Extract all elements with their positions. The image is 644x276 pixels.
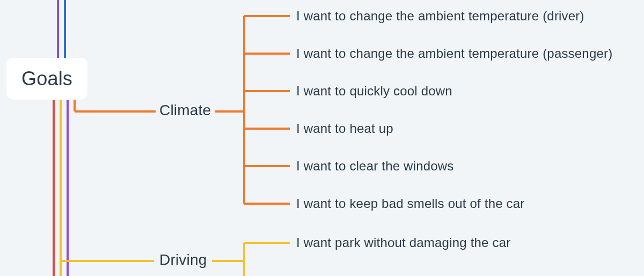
leaf-label: I want to change the ambient temperature… bbox=[296, 46, 612, 61]
category-label-climate: Climate bbox=[159, 102, 211, 118]
leaf-node[interactable]: I want park without damaging the car bbox=[296, 235, 510, 250]
leaf-node[interactable]: I want to heat up bbox=[296, 121, 393, 136]
leaf-label: I want park without damaging the car bbox=[296, 235, 510, 250]
connector-lines bbox=[0, 0, 644, 276]
leaf-node[interactable]: I want to keep bad smells out of the car bbox=[296, 196, 525, 211]
root-label: Goals bbox=[21, 68, 72, 89]
leaf-label: I want to quickly cool down bbox=[296, 84, 452, 98]
leaf-node[interactable]: I want to change the ambient temperature… bbox=[296, 9, 584, 24]
leaf-node[interactable]: I want to clear the windows bbox=[296, 159, 454, 174]
diagram-canvas: Goals Climate Driving I want to change t… bbox=[0, 0, 644, 276]
leaf-node[interactable]: I want to quickly cool down bbox=[296, 84, 452, 99]
leaf-label: I want to change the ambient temperature… bbox=[296, 9, 584, 23]
category-label-driving: Driving bbox=[159, 251, 207, 268]
leaf-label: I want to clear the windows bbox=[296, 159, 454, 173]
category-node-driving[interactable]: Driving bbox=[159, 251, 207, 268]
category-node-climate[interactable]: Climate bbox=[159, 102, 211, 119]
root-node-goals[interactable]: Goals bbox=[6, 58, 87, 100]
leaf-node[interactable]: I want to change the ambient temperature… bbox=[296, 46, 612, 61]
leaf-label: I want to heat up bbox=[296, 121, 393, 136]
leaf-label: I want to keep bad smells out of the car bbox=[296, 196, 525, 211]
